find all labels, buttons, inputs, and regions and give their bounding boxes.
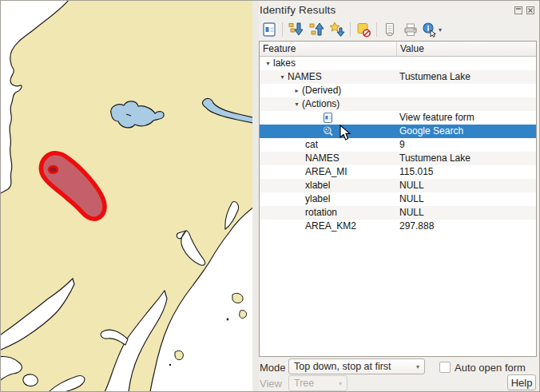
- column-header-feature[interactable]: Feature: [260, 42, 397, 56]
- row-value: 9: [397, 138, 536, 152]
- dropdown-caret-icon: ▾: [439, 26, 442, 34]
- expand-tree-icon: [288, 22, 304, 38]
- clear-results-icon: [355, 22, 371, 38]
- expand-new-results-button[interactable]: [327, 20, 347, 39]
- column-header-value[interactable]: Value: [397, 42, 536, 56]
- expander-right-icon[interactable]: ▸: [292, 84, 302, 97]
- row-value: [397, 57, 536, 70]
- island-dot-2: [169, 364, 171, 366]
- expander-down-icon[interactable]: ▾: [263, 57, 273, 70]
- row-value: Tustumena Lake: [397, 70, 536, 84]
- island-3: [175, 350, 183, 359]
- row-value: [397, 84, 536, 97]
- run-action-search-icon: [322, 125, 334, 137]
- map-canvas[interactable]: [1, 1, 252, 391]
- row-label: lakes: [273, 57, 296, 70]
- print-response-button[interactable]: [400, 20, 421, 39]
- table-row-lakes[interactable]: ▾ lakes: [260, 57, 536, 70]
- table-row-derived[interactable]: ▸ (Derived): [260, 84, 536, 97]
- row-label: NAMES: [305, 152, 339, 165]
- mouse-cursor-icon: [339, 125, 351, 141]
- map-drawing: [1, 1, 252, 391]
- chevron-down-icon: ▾: [339, 380, 342, 387]
- auto-open-form-label: Auto open form: [455, 362, 526, 374]
- copy-feature-icon: [382, 22, 398, 38]
- toolbar-separator: [376, 22, 377, 37]
- identify-settings-button[interactable]: ▾: [421, 20, 442, 39]
- collapse-tree-icon: [308, 22, 324, 38]
- toolbar-separator: [282, 22, 283, 37]
- row-label: NAMES: [288, 70, 322, 84]
- table-row-area-mi[interactable]: AREA_MI 115.015: [260, 165, 536, 179]
- island-2: [240, 311, 247, 319]
- copy-feature-button[interactable]: [379, 20, 400, 39]
- collapse-tree-button[interactable]: [306, 20, 327, 39]
- row-value: NULL: [397, 179, 536, 192]
- row-label: cat: [305, 138, 318, 152]
- identify-results-panel: Identify Results: [259, 1, 539, 391]
- row-value: Tustumena Lake: [397, 152, 536, 165]
- identify-toolbar: ▾: [259, 20, 442, 39]
- identify-settings-icon: [421, 22, 437, 38]
- row-label: (Actions): [302, 97, 339, 111]
- table-row-names-group[interactable]: ▾ NAMES Tustumena Lake: [260, 70, 536, 84]
- row-value: NULL: [397, 206, 536, 220]
- row-value: View feature form: [397, 111, 536, 125]
- dock-splitter[interactable]: [252, 1, 259, 391]
- qgis-identify-results-window: Identify Results: [0, 0, 540, 392]
- island-dot-1: [227, 319, 229, 321]
- chevron-down-icon: ▾: [416, 363, 419, 370]
- form-icon: [322, 112, 334, 124]
- row-label: AREA_KM2: [305, 220, 356, 233]
- table-row-names[interactable]: NAMES Tustumena Lake: [260, 152, 536, 165]
- mode-combobox[interactable]: Top down, stop at first ▾: [288, 358, 425, 374]
- row-value: NULL: [397, 192, 536, 206]
- row-label: AREA_MI: [305, 165, 347, 179]
- expander-down-icon[interactable]: ▾: [292, 97, 302, 111]
- table-row-cat[interactable]: cat 9: [260, 138, 536, 152]
- row-value: 297.888: [397, 220, 536, 233]
- expand-tree-button[interactable]: [285, 20, 306, 39]
- print-response-icon: [403, 22, 419, 38]
- row-value: Google Search: [397, 125, 536, 138]
- table-row-actions[interactable]: ▾ (Actions): [260, 97, 536, 111]
- row-value: [397, 97, 536, 111]
- row-label: (Derived): [302, 84, 341, 97]
- open-form-button[interactable]: [259, 20, 280, 39]
- tree-header: Feature Value: [260, 42, 536, 57]
- row-value: 115.015: [397, 165, 536, 179]
- results-tree: Feature Value ▾ lakes ▾ NAMES Tustumena …: [259, 41, 537, 357]
- mode-label: Mode: [260, 362, 286, 374]
- table-row-view-feature-form[interactable]: View feature form: [260, 111, 536, 125]
- expander-down-icon[interactable]: ▾: [277, 70, 288, 84]
- table-row-xlabel[interactable]: xlabel NULL: [260, 179, 536, 192]
- open-form-icon: [261, 22, 277, 38]
- toolbar-separator: [350, 22, 351, 37]
- help-button[interactable]: Help: [507, 374, 536, 390]
- table-row-rotation[interactable]: rotation NULL: [260, 206, 536, 220]
- row-label: rotation: [305, 206, 337, 220]
- auto-open-form-checkbox[interactable]: [439, 362, 451, 373]
- mode-combobox-value: Top down, stop at first: [294, 361, 391, 372]
- float-window-icon: [514, 6, 522, 14]
- view-combobox[interactable]: Tree ▾: [288, 375, 347, 391]
- view-combobox-value: Tree: [294, 378, 314, 389]
- table-row-google-search[interactable]: Google Search: [260, 125, 536, 138]
- row-label: xlabel: [305, 179, 330, 192]
- expand-new-results-icon: [329, 22, 345, 38]
- panel-title: Identify Results: [260, 4, 336, 16]
- islet-water-2: [23, 374, 38, 386]
- table-row-area-km2[interactable]: AREA_KM2 297.888: [260, 220, 536, 233]
- clear-results-button[interactable]: [353, 20, 374, 39]
- view-label: View: [260, 378, 282, 390]
- float-window-button[interactable]: [514, 6, 522, 14]
- close-icon: [526, 6, 534, 14]
- island-1: [232, 293, 243, 303]
- highlighted-feature-islet: [49, 166, 58, 173]
- row-label: ylabel: [305, 192, 330, 206]
- table-row-ylabel[interactable]: ylabel NULL: [260, 192, 536, 206]
- close-panel-button[interactable]: [526, 6, 534, 14]
